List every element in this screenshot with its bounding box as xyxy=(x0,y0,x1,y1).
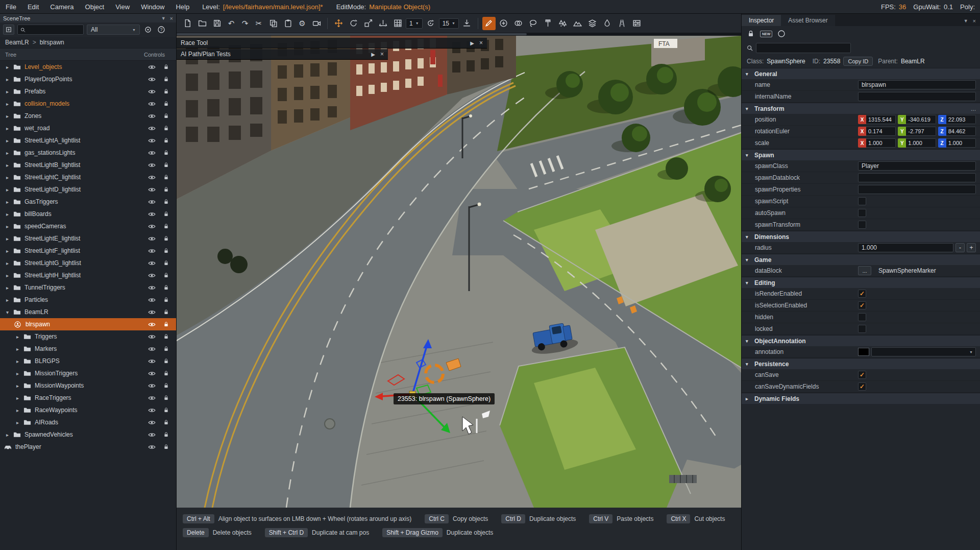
radius-decrement-button[interactable]: - xyxy=(955,243,965,252)
layers-tool-button[interactable] xyxy=(586,17,599,30)
grid-snap-toggle[interactable] xyxy=(391,17,404,30)
help-button[interactable]: ? xyxy=(156,25,166,35)
snap-size-dropdown[interactable]: 1 ▼ xyxy=(406,18,423,29)
visibility-eye-icon[interactable] xyxy=(148,371,156,376)
isSelectionEnabled-checkbox[interactable]: ✓ xyxy=(858,301,866,309)
visibility-eye-icon[interactable] xyxy=(148,211,156,217)
expand-arrow-icon[interactable]: ▸ xyxy=(4,260,11,266)
expand-arrow-icon[interactable]: ▸ xyxy=(14,346,21,352)
tree-filter-dropdown[interactable]: All ▼ xyxy=(87,25,140,35)
lock-icon[interactable] xyxy=(163,321,169,327)
lock-icon[interactable] xyxy=(163,407,169,413)
expand-arrow-icon[interactable]: ▸ xyxy=(4,162,11,168)
menu-item-camera[interactable]: Camera xyxy=(44,0,79,14)
expand-arrow-icon[interactable]: ▸ xyxy=(4,432,11,438)
canSaveDynamicFields-checkbox[interactable]: ✓ xyxy=(858,382,866,391)
rotate-tool-button[interactable] xyxy=(347,17,360,30)
lock-icon[interactable] xyxy=(163,444,169,450)
add-object-button[interactable] xyxy=(497,17,510,30)
rotate-snap-toggle[interactable] xyxy=(424,17,437,30)
paste-button[interactable] xyxy=(281,17,295,30)
tree-item-playerdroppoints[interactable]: ▸PlayerDropPoints xyxy=(0,73,176,85)
visibility-eye-icon[interactable] xyxy=(148,126,156,131)
visibility-eye-icon[interactable] xyxy=(148,395,156,401)
section-collapse-icon[interactable]: ▾ xyxy=(746,153,751,158)
rotationEuler-x-field[interactable]: X0.174 xyxy=(858,127,896,136)
section-collapse-icon[interactable]: ▾ xyxy=(746,106,751,111)
breadcrumb-current[interactable]: blrspawn xyxy=(40,39,64,46)
section-header-editing[interactable]: ▾Editing xyxy=(742,277,980,288)
lock-icon[interactable] xyxy=(163,346,169,352)
lock-icon[interactable] xyxy=(163,211,169,217)
visibility-eye-icon[interactable] xyxy=(148,383,156,389)
expand-arrow-icon[interactable]: ▸ xyxy=(14,383,21,389)
menu-item-help[interactable]: Help xyxy=(170,0,195,14)
close-icon[interactable]: × xyxy=(380,51,384,58)
inspector-help-button[interactable] xyxy=(776,29,787,39)
menu-item-object[interactable]: Object xyxy=(80,0,110,14)
tree-item-gastriggers[interactable]: ▸GasTriggers xyxy=(0,196,176,208)
tree-item-theplayer[interactable]: thePlayer xyxy=(0,441,176,453)
expand-arrow-icon[interactable]: ▸ xyxy=(4,64,11,70)
scale-z-field[interactable]: Z1.000 xyxy=(938,138,976,148)
axis-y-value[interactable]: -340.619 xyxy=(906,115,936,124)
spawnClass-input[interactable] xyxy=(858,161,976,171)
lock-icon[interactable] xyxy=(163,137,169,144)
floating-window-ai-path-plan-tests[interactable]: AI Path/Plan Tests▶× xyxy=(177,49,388,60)
expand-arrow-icon[interactable]: ▸ xyxy=(4,175,11,180)
section-collapse-icon[interactable]: ▾ xyxy=(746,280,751,285)
expand-arrow-icon[interactable]: ▸ xyxy=(4,248,11,254)
settings-button[interactable]: ⚙ xyxy=(296,17,308,30)
expand-arrow-icon[interactable]: ▸ xyxy=(4,199,11,205)
dataBlock-browse-button[interactable]: ... xyxy=(858,266,871,275)
hidden-checkbox[interactable] xyxy=(858,313,866,321)
visibility-eye-icon[interactable] xyxy=(148,89,156,94)
expand-arrow-icon[interactable]: ▸ xyxy=(4,187,11,193)
visibility-eye-icon[interactable] xyxy=(148,322,156,327)
position-x-field[interactable]: X1315.544 xyxy=(858,115,896,124)
tree-item-billboards[interactable]: ▸billBoards xyxy=(0,208,176,220)
tree-item-wet_road[interactable]: ▸wet_road xyxy=(0,122,176,134)
save-button[interactable] xyxy=(210,17,224,30)
tree-item-zones[interactable]: ▸Zones xyxy=(0,110,176,122)
lock-icon[interactable] xyxy=(163,125,169,131)
lock-icon[interactable] xyxy=(163,199,169,205)
expand-arrow-icon[interactable]: ▸ xyxy=(4,101,11,107)
expand-arrow-icon[interactable]: ▸ xyxy=(4,138,11,144)
new-file-button[interactable] xyxy=(181,17,194,30)
tree-item-streetlightd_lightlist[interactable]: ▸StreetLightD_lightlist xyxy=(0,183,176,196)
sign-tool-button[interactable] xyxy=(542,17,555,30)
axis-x-value[interactable]: 1315.544 xyxy=(866,115,896,124)
lock-icon[interactable] xyxy=(163,248,169,254)
section-collapse-icon[interactable]: ▾ xyxy=(746,234,751,240)
tree-item-triggers[interactable]: ▸Triggers xyxy=(0,330,176,343)
expand-arrow-icon[interactable]: ▸ xyxy=(4,285,11,291)
lock-icon[interactable] xyxy=(163,284,169,291)
tree-item-missionwaypoints[interactable]: ▸MissionWaypoints xyxy=(0,379,176,392)
isRenderEnabled-checkbox[interactable]: ✓ xyxy=(858,290,866,298)
tree-item-tunneltriggers[interactable]: ▸TunnelTriggers xyxy=(0,281,176,294)
locked-checkbox[interactable] xyxy=(858,325,866,333)
tab-inspector[interactable]: Inspector xyxy=(742,15,781,26)
visibility-eye-icon[interactable] xyxy=(148,309,156,315)
decal-tool-button[interactable] xyxy=(601,17,614,30)
undo-button[interactable]: ↶ xyxy=(225,17,237,30)
lock-icon[interactable] xyxy=(163,64,169,70)
forest-tool-button[interactable] xyxy=(556,17,570,30)
tree-item-markers[interactable]: ▸Markers xyxy=(0,343,176,355)
menu-item-window[interactable]: Window xyxy=(135,0,170,14)
tree-item-particles[interactable]: ▸Particles xyxy=(0,294,176,306)
visibility-eye-icon[interactable] xyxy=(148,346,156,352)
visibility-eye-icon[interactable] xyxy=(148,77,156,82)
visibility-eye-icon[interactable] xyxy=(148,260,156,266)
expand-arrow-icon[interactable]: ▸ xyxy=(4,77,11,82)
tree-item-blrgps[interactable]: ▸BLRGPS xyxy=(0,355,176,367)
axis-x-value[interactable]: 0.174 xyxy=(866,127,896,136)
translate-tool-button[interactable] xyxy=(332,17,345,30)
lock-icon[interactable] xyxy=(163,297,169,303)
name-input[interactable] xyxy=(858,80,976,89)
lock-icon[interactable] xyxy=(163,162,169,168)
tree-item-speedcameras[interactable]: ▸speedCameras xyxy=(0,220,176,232)
lock-icon[interactable] xyxy=(163,432,169,438)
lasso-select-button[interactable] xyxy=(527,17,540,30)
